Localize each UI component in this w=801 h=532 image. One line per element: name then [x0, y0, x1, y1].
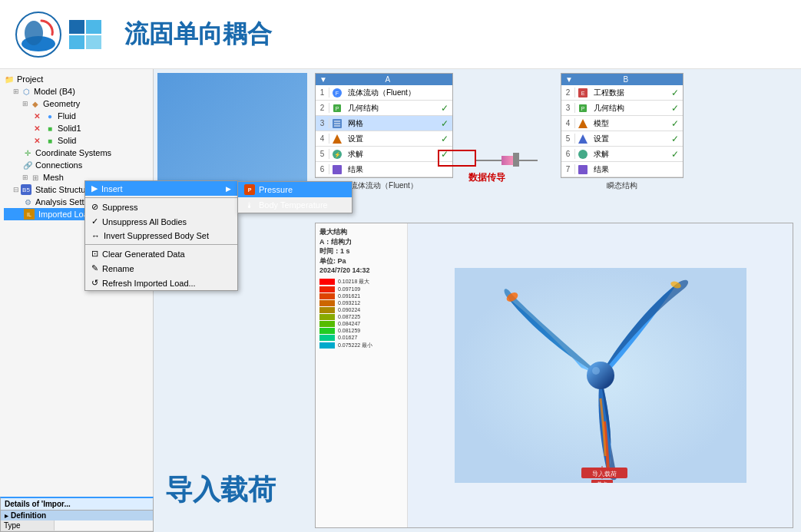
- wb-row-a6[interactable]: 6 结果: [316, 162, 452, 177]
- import-icon: IL: [24, 209, 35, 220]
- wb-title-b: B: [573, 75, 679, 84]
- ctx-suppress[interactable]: ⊘ Suppress: [85, 200, 237, 214]
- wb-icon-a6: [329, 164, 345, 175]
- svg-marker-18: [578, 119, 588, 128]
- wb-row-a5[interactable]: 5 ⚡ 求解 ✓: [316, 147, 452, 162]
- svg-text:导入载荷: 导入载荷: [592, 471, 617, 477]
- wb-row-b4[interactable]: 4 模型 ✓: [561, 116, 683, 131]
- wb-icon-a4: [329, 134, 345, 144]
- wb-row-b3[interactable]: 3 P 几何结构 ✓: [561, 101, 683, 116]
- svg-text:E: E: [581, 91, 585, 96]
- solid1-icon: ■: [45, 123, 55, 134]
- wb-num-b4: 4: [561, 118, 575, 128]
- tree-item-fluid[interactable]: ✕ ● Fluid: [4, 110, 149, 122]
- wb-check-b3: ✓: [667, 103, 683, 114]
- folder-icon: 📁: [4, 74, 15, 84]
- wb-subtitle-b: 瞬态结构: [607, 180, 637, 191]
- wb-label-b5: 设置: [591, 133, 667, 145]
- svg-text:F: F: [336, 91, 339, 96]
- wb-icon-b7: [575, 164, 591, 175]
- wb-label-a2: 几何结构: [345, 102, 437, 114]
- wb-sort-b: ▼: [565, 75, 573, 84]
- ctx-sep2: [85, 244, 237, 245]
- tree-label-mesh: Mesh: [43, 173, 64, 182]
- wb-check-b6: ✓: [667, 149, 683, 160]
- ctx-refresh[interactable]: ↺ Refresh Imported Load...: [85, 276, 237, 290]
- legend-entry: 0.084247: [319, 321, 403, 327]
- svg-point-20: [578, 150, 588, 159]
- wb-check-a3: ✓: [437, 118, 452, 129]
- tree-item-solid1[interactable]: ✕ ■ Solid1: [4, 122, 149, 134]
- svg-marker-19: [578, 134, 588, 144]
- wb-title-a: A: [327, 75, 448, 84]
- wb-row-b6[interactable]: 6 求解 ✓: [561, 147, 683, 162]
- viz-area: 最大结构A：结构力时间：1 s单位: Pa2024/7/20 14:32 0.1…: [315, 223, 793, 528]
- wb-icon-a1: F: [329, 88, 345, 98]
- wb-row-a1[interactable]: 1 F 流体流动（Fluent）: [316, 85, 452, 101]
- wb-num-b7: 7: [561, 164, 575, 174]
- ctx-rename[interactable]: ✎ Rename: [85, 261, 237, 276]
- ctx-insert[interactable]: ▶ Insert ▶ P Pressure 🌡 Body Temperature: [85, 181, 237, 196]
- rename-icon: ✎: [91, 263, 98, 273]
- solid-icon: ■: [45, 135, 55, 146]
- invert-icon: ↔: [91, 231, 100, 240]
- wb-num-b2: 2: [561, 88, 575, 97]
- tree-item-geometry[interactable]: ⊞ ◆ Geometry: [4, 97, 149, 110]
- wb-icon-b6: [575, 149, 591, 160]
- submenu-pressure[interactable]: P Pressure: [238, 182, 352, 197]
- propeller-svg: 导入载荷 基点: [455, 268, 746, 483]
- wb-row-b7[interactable]: 7 结果: [561, 162, 683, 177]
- wb-check-b5: ✓: [667, 134, 683, 144]
- wb-label-a4: 设置: [345, 133, 437, 145]
- submenu-body-temp[interactable]: 🌡 Body Temperature: [238, 197, 352, 213]
- model-icon: ⬡: [21, 86, 31, 97]
- legend-entry: 0.090224: [319, 307, 403, 313]
- wb-row-b5[interactable]: 5 设置 ✓: [561, 131, 683, 147]
- svg-point-24: [592, 367, 600, 375]
- main-content: 📁 Project ⊞ ⬡ Model (B4) ⊞ ◆ Geometry ✕ …: [0, 69, 801, 532]
- sub-title: 导入载荷: [165, 471, 276, 509]
- logo-circle: [15, 12, 61, 58]
- legend-entry: 0.075222 最小: [319, 342, 403, 349]
- tree-item-project[interactable]: 📁 Project: [4, 73, 149, 85]
- wb-row-a3[interactable]: 3 网格 ✓: [316, 116, 452, 131]
- geometry-icon: ◆: [30, 98, 41, 109]
- connector-dot: [513, 153, 519, 167]
- tree-item-model[interactable]: ⊞ ⬡ Model (B4): [4, 85, 149, 97]
- conn-icon: 🔗: [22, 160, 33, 170]
- refresh-icon: ↺: [91, 278, 98, 288]
- ctx-refresh-label: Refresh Imported Load...: [102, 279, 196, 288]
- wb-num-a4: 4: [316, 134, 329, 144]
- tree-item-coord[interactable]: ✛ Coordinate Systems: [4, 147, 149, 159]
- tree-item-conn[interactable]: 🔗 Connections: [4, 159, 149, 171]
- header: 流固单向耦合: [0, 0, 801, 69]
- wb-check-b2: ✓: [667, 88, 683, 98]
- details-title: Details of 'Impor...: [1, 498, 153, 511]
- suppress-icon: ⊘: [91, 202, 98, 212]
- wb-num-a6: 6: [316, 164, 329, 174]
- wb-row-a2[interactable]: 2 P 几何结构 ✓: [316, 101, 452, 116]
- tree-label-conn: Connections: [35, 160, 82, 170]
- svg-rect-21: [578, 165, 588, 174]
- wb-icon-a5: ⚡: [329, 149, 345, 160]
- wb-row-a4[interactable]: 4 设置 ✓: [316, 131, 452, 147]
- wb-icon-b5: [575, 134, 591, 144]
- legend-entry: 0.097109: [319, 286, 403, 292]
- ctx-clear[interactable]: ⊡ Clear Generated Data: [85, 246, 237, 261]
- x-icon: ✕: [31, 111, 42, 121]
- mesh-icon: ⊞: [30, 172, 41, 183]
- wb-row-b2[interactable]: 2 E 工程数据 ✓: [561, 85, 683, 101]
- tree-label-geometry: Geometry: [43, 99, 80, 108]
- wb-num-b6: 6: [561, 149, 575, 159]
- legend-bars: 0.10218 最大0.0971090.0916210.0932120.0902…: [319, 278, 403, 349]
- data-transfer-label: 数据传导: [468, 171, 505, 184]
- wb-check-a5: ✓: [437, 149, 452, 160]
- ctx-unsuppress[interactable]: ✓ Unsuppress All Bodies: [85, 214, 237, 229]
- x-icon2: ✕: [31, 123, 42, 134]
- ctx-invert[interactable]: ↔ Invert Suppressed Body Set: [85, 229, 237, 243]
- tree-item-solid[interactable]: ✕ ■ Solid: [4, 134, 149, 147]
- body-temp-icon: 🌡: [244, 200, 255, 210]
- submenu: P Pressure 🌡 Body Temperature: [237, 181, 353, 213]
- wb-label-a5: 求解: [345, 148, 437, 160]
- legend-entry: 0.091621: [319, 293, 403, 299]
